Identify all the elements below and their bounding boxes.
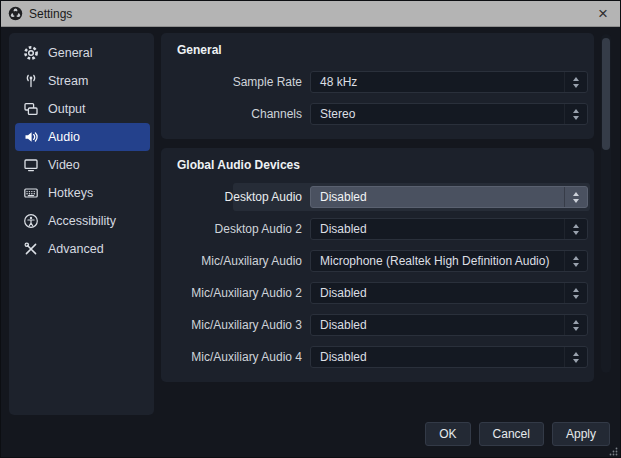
mic-aux-audio-3-value: Disabled xyxy=(311,318,564,332)
sidebar-item-label: Output xyxy=(48,102,86,116)
scrollbar-thumb[interactable] xyxy=(602,38,610,150)
hotkeys-icon xyxy=(23,185,39,201)
ok-button[interactable]: OK xyxy=(425,422,470,446)
mic-aux-audio-4-select[interactable]: Disabled xyxy=(310,346,588,368)
section-title: Global Audio Devices xyxy=(177,158,588,172)
mic-aux-audio-3-select[interactable]: Disabled xyxy=(310,314,588,336)
row-desktop-audio-2: Desktop Audio 2 Disabled xyxy=(177,218,588,240)
gear-icon xyxy=(23,45,39,61)
sample-rate-select[interactable]: 48 kHz xyxy=(310,71,588,93)
channels-select[interactable]: Stereo xyxy=(310,103,588,125)
spinner-buttons[interactable] xyxy=(564,219,587,239)
channels-value: Stereo xyxy=(311,107,564,121)
row-channels: Channels Stereo xyxy=(177,103,588,125)
chevron-down-icon xyxy=(573,263,579,267)
sidebar-item-output[interactable]: Output xyxy=(15,95,150,123)
row-sample-rate: Sample Rate 48 kHz xyxy=(177,71,588,93)
sidebar-item-label: General xyxy=(48,46,92,60)
desktop-audio-2-value: Disabled xyxy=(311,222,564,236)
chevron-down-icon xyxy=(573,359,579,363)
chevron-up-icon xyxy=(573,192,579,196)
sidebar-item-audio[interactable]: Audio xyxy=(15,123,150,151)
chevron-up-icon xyxy=(573,224,579,228)
stream-icon xyxy=(23,73,39,89)
advanced-icon xyxy=(23,241,39,257)
mic-aux-audio-2-value: Disabled xyxy=(311,286,564,300)
cancel-button[interactable]: Cancel xyxy=(479,422,544,446)
row-mic-aux-audio: Mic/Auxiliary Audio Microphone (Realtek … xyxy=(177,250,588,272)
row-desktop-audio: Desktop Audio Disabled xyxy=(177,186,588,208)
dialog-footer: OK Cancel Apply xyxy=(425,422,610,446)
chevron-up-icon xyxy=(573,109,579,113)
sidebar: General Stream xyxy=(9,33,154,415)
spinner-buttons[interactable] xyxy=(564,283,587,303)
chevron-down-icon xyxy=(573,199,579,203)
sidebar-item-label: Advanced xyxy=(48,242,104,256)
spinner-buttons[interactable] xyxy=(564,187,587,207)
close-button[interactable]: × xyxy=(586,1,620,27)
row-mic-aux-audio-2: Mic/Auxiliary Audio 2 Disabled xyxy=(177,282,588,304)
audio-icon xyxy=(23,129,39,145)
settings-content: General Sample Rate 48 kHz Channels Ster… xyxy=(161,33,594,391)
sidebar-item-accessibility[interactable]: Accessibility xyxy=(15,207,150,235)
sidebar-item-label: Stream xyxy=(48,74,88,88)
mic-aux-audio-2-select[interactable]: Disabled xyxy=(310,282,588,304)
sidebar-item-advanced[interactable]: Advanced xyxy=(15,235,150,263)
sidebar-item-general[interactable]: General xyxy=(15,39,150,67)
scrollbar[interactable] xyxy=(601,34,611,373)
mic-aux-audio-4-label: Mic/Auxiliary Audio 4 xyxy=(177,350,302,364)
sample-rate-label: Sample Rate xyxy=(177,75,302,89)
accessibility-icon xyxy=(23,213,39,229)
desktop-audio-2-label: Desktop Audio 2 xyxy=(177,222,302,236)
sidebar-item-label: Audio xyxy=(48,130,80,144)
sidebar-item-stream[interactable]: Stream xyxy=(15,67,150,95)
mic-aux-audio-4-value: Disabled xyxy=(311,350,564,364)
chevron-up-icon xyxy=(573,288,579,292)
desktop-audio-label: Desktop Audio xyxy=(177,190,302,204)
spinner-buttons[interactable] xyxy=(564,72,587,92)
spinner-buttons[interactable] xyxy=(564,251,587,271)
spinner-buttons[interactable] xyxy=(564,104,587,124)
desktop-audio-value: Disabled xyxy=(311,190,564,204)
window-title: Settings xyxy=(29,7,586,21)
chevron-up-icon xyxy=(573,352,579,356)
sidebar-item-label: Hotkeys xyxy=(48,186,93,200)
chevron-up-icon xyxy=(573,320,579,324)
spinner-buttons[interactable] xyxy=(564,347,587,367)
sidebar-item-video[interactable]: Video xyxy=(15,151,150,179)
mic-aux-audio-2-label: Mic/Auxiliary Audio 2 xyxy=(177,286,302,300)
chevron-down-icon xyxy=(573,231,579,235)
chevron-down-icon xyxy=(573,327,579,331)
chevron-down-icon xyxy=(573,84,579,88)
section-title: General xyxy=(177,43,588,57)
row-mic-aux-audio-3: Mic/Auxiliary Audio 3 Disabled xyxy=(177,314,588,336)
mic-aux-audio-value: Microphone (Realtek High Definition Audi… xyxy=(311,254,564,268)
chevron-down-icon xyxy=(573,295,579,299)
section-general: General Sample Rate 48 kHz Channels Ster… xyxy=(161,33,594,139)
output-icon xyxy=(23,101,39,117)
spinner-buttons[interactable] xyxy=(564,315,587,335)
mic-aux-audio-select[interactable]: Microphone (Realtek High Definition Audi… xyxy=(310,250,588,272)
apply-button[interactable]: Apply xyxy=(552,422,610,446)
row-mic-aux-audio-4: Mic/Auxiliary Audio 4 Disabled xyxy=(177,346,588,368)
mic-aux-audio-label: Mic/Auxiliary Audio xyxy=(177,254,302,268)
section-global-audio-devices: Global Audio Devices Desktop Audio Disab… xyxy=(161,148,594,382)
desktop-audio-select[interactable]: Disabled xyxy=(310,186,588,208)
channels-label: Channels xyxy=(177,107,302,121)
video-icon xyxy=(23,157,39,173)
chevron-up-icon xyxy=(573,256,579,260)
sidebar-item-label: Video xyxy=(48,158,80,172)
desktop-audio-2-select[interactable]: Disabled xyxy=(310,218,588,240)
titlebar[interactable]: Settings × xyxy=(1,1,620,27)
resize-grip-icon[interactable] xyxy=(609,447,618,456)
chevron-down-icon xyxy=(573,116,579,120)
mic-aux-audio-3-label: Mic/Auxiliary Audio 3 xyxy=(177,318,302,332)
sidebar-item-hotkeys[interactable]: Hotkeys xyxy=(15,179,150,207)
sample-rate-value: 48 kHz xyxy=(311,75,564,89)
chevron-up-icon xyxy=(573,77,579,81)
dialog-body: General Stream xyxy=(1,28,620,457)
sidebar-item-label: Accessibility xyxy=(48,214,116,228)
obs-logo-icon xyxy=(8,6,23,21)
settings-window: Settings × General xyxy=(0,0,621,458)
